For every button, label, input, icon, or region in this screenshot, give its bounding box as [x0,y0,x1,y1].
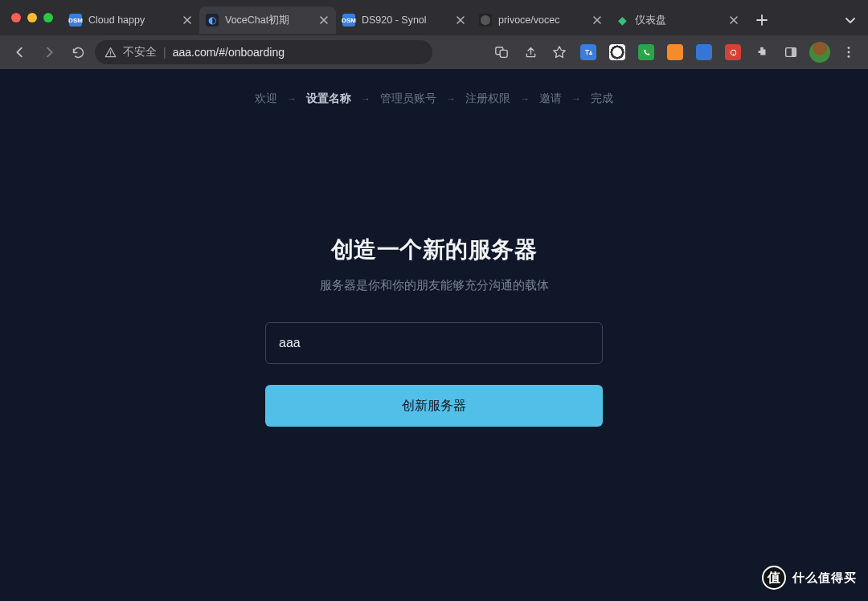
security-warning-text: 不安全 [123,45,157,59]
dsm-favicon-icon: DSM [69,14,82,27]
toolbar-right [490,41,860,63]
close-tab-icon[interactable] [728,14,739,26]
step-register-permission: 注册权限 [465,92,510,106]
extensions-icon[interactable] [751,41,773,63]
svg-point-8 [848,55,850,58]
minimize-window-button[interactable] [27,13,37,22]
dsm-favicon-icon: DSM [342,14,355,27]
extension-blue[interactable] [693,41,715,63]
svg-rect-2 [500,50,507,57]
tab-bar: DSM Cloud happy ◐ VoceChat初期 DSM DS920 -… [0,0,868,35]
step-invite: 邀请 [539,92,562,106]
extension-phone[interactable] [635,41,657,63]
server-name-input[interactable] [265,322,603,364]
toolbar: 不安全 | aaa.com/#/onboarding [0,35,868,69]
chevron-right-icon: → [520,93,530,104]
svg-point-7 [848,51,850,54]
chevron-right-icon: → [446,93,456,104]
extension-ublock[interactable] [722,41,744,63]
avatar-icon [809,42,830,63]
tab-vocechat[interactable]: ◐ VoceChat初期 [199,6,336,34]
step-done: 完成 [591,92,613,106]
tab-ds920[interactable]: DSM DS920 - Synol [336,6,473,34]
omnibox-separator: | [163,46,166,59]
onboarding-steps: 欢迎 → 设置名称 → 管理员账号 → 注册权限 → 邀请 → 完成 [0,69,868,106]
step-set-name: 设置名称 [306,92,351,106]
step-welcome: 欢迎 [255,92,277,106]
close-window-button[interactable] [11,13,21,22]
translate-icon[interactable] [490,41,513,63]
warning-icon [104,47,117,59]
watermark-text: 什么值得买 [792,570,857,586]
window-controls [6,13,63,22]
svg-point-0 [481,15,490,25]
create-server-form: 创新服务器 [265,322,603,427]
close-tab-icon[interactable] [182,14,193,26]
bookmark-icon[interactable] [548,41,571,63]
svg-point-6 [848,47,850,49]
new-tab-button[interactable] [751,9,773,31]
forward-button[interactable] [37,40,61,64]
profile-avatar[interactable] [809,41,831,63]
close-tab-icon[interactable] [455,14,466,26]
tab-label: Cloud happy [88,14,175,26]
portainer-favicon-icon: ◆ [616,14,628,27]
close-tab-icon[interactable] [592,14,603,26]
tab-privoce[interactable]: privoce/vocec [473,6,609,34]
watermark: 值 什么值得买 [762,566,857,590]
back-button[interactable] [8,40,32,64]
maximize-window-button[interactable] [43,13,53,22]
extension-orange[interactable] [664,41,686,63]
reload-button[interactable] [66,40,90,64]
panel-icon[interactable] [780,41,802,63]
create-server-button[interactable]: 创新服务器 [265,385,603,427]
server-name-field-wrap [265,322,603,364]
step-admin: 管理员账号 [380,92,436,106]
tab-label: VoceChat初期 [225,14,312,27]
chevron-right-icon: → [571,93,581,104]
tab-dashboard[interactable]: ◆ 仪表盘 [609,6,746,34]
tab-label: privoce/vocec [498,14,585,26]
watermark-logo-icon: 值 [762,566,786,590]
tab-label: DS920 - Synol [362,14,448,26]
browser-chrome: DSM Cloud happy ◐ VoceChat初期 DSM DS920 -… [0,0,868,69]
chevron-right-icon: → [361,93,371,104]
share-icon[interactable] [519,41,542,63]
vocechat-favicon-icon: ◐ [206,14,219,27]
browser-menu-button[interactable] [837,41,860,63]
page-subtitle: 服务器是你和你的朋友能够充分沟通的载体 [0,278,868,293]
page-title: 创造一个新的服务器 [0,235,868,265]
url-text: aaa.com/#/onboarding [173,46,285,59]
tabs: DSM Cloud happy ◐ VoceChat初期 DSM DS920 -… [63,0,862,35]
close-tab-icon[interactable] [318,14,330,26]
chevron-right-icon: → [287,93,297,104]
extension-google-translate[interactable] [577,41,600,63]
address-bar[interactable]: 不安全 | aaa.com/#/onboarding [95,40,432,64]
tab-overflow-button[interactable] [839,9,862,31]
page: 欢迎 → 设置名称 → 管理员账号 → 注册权限 → 邀请 → 完成 创造一个新… [0,69,868,601]
tab-cloud-happy[interactable]: DSM Cloud happy [63,6,199,34]
tab-label: 仪表盘 [635,14,722,27]
svg-rect-5 [792,48,796,57]
github-favicon-icon [479,14,492,27]
extension-surge[interactable] [606,41,628,63]
onboarding-card: 创造一个新的服务器 服务器是你和你的朋友能够充分沟通的载体 创新服务器 [0,106,868,427]
